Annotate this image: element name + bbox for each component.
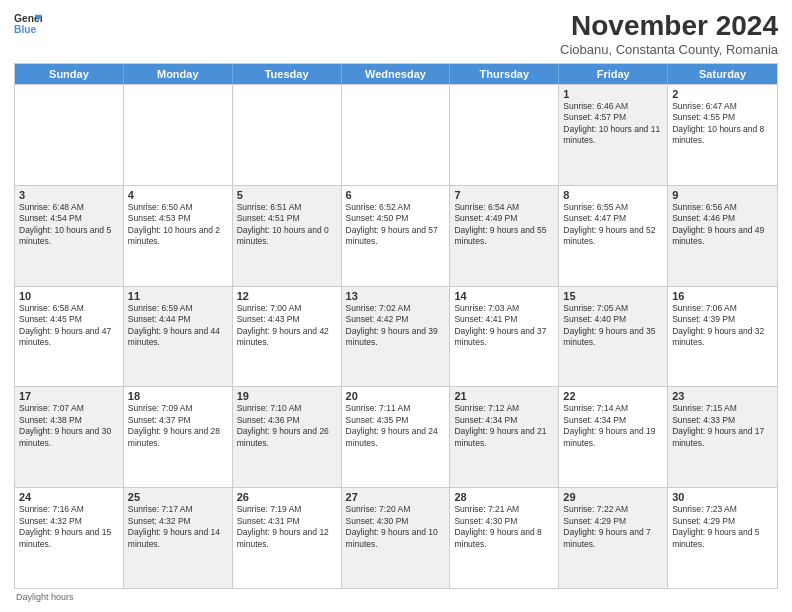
- day-info: Sunrise: 7:05 AM Sunset: 4:40 PM Dayligh…: [563, 303, 663, 349]
- svg-text:Blue: Blue: [14, 24, 37, 35]
- calendar-cell: 18Sunrise: 7:09 AM Sunset: 4:37 PM Dayli…: [124, 387, 233, 487]
- calendar-cell: [342, 85, 451, 185]
- calendar-cell: 25Sunrise: 7:17 AM Sunset: 4:32 PM Dayli…: [124, 488, 233, 588]
- day-of-week-thursday: Thursday: [450, 64, 559, 84]
- calendar-cell: 3Sunrise: 6:48 AM Sunset: 4:54 PM Daylig…: [15, 186, 124, 286]
- day-info: Sunrise: 6:47 AM Sunset: 4:55 PM Dayligh…: [672, 101, 773, 147]
- calendar-cell: 29Sunrise: 7:22 AM Sunset: 4:29 PM Dayli…: [559, 488, 668, 588]
- title-block: November 2024 Ciobanu, Constanta County,…: [560, 10, 778, 57]
- calendar-cell: 15Sunrise: 7:05 AM Sunset: 4:40 PM Dayli…: [559, 287, 668, 387]
- location: Ciobanu, Constanta County, Romania: [560, 42, 778, 57]
- day-number: 27: [346, 491, 446, 503]
- day-info: Sunrise: 7:09 AM Sunset: 4:37 PM Dayligh…: [128, 403, 228, 449]
- calendar-cell: 9Sunrise: 6:56 AM Sunset: 4:46 PM Daylig…: [668, 186, 777, 286]
- day-info: Sunrise: 7:14 AM Sunset: 4:34 PM Dayligh…: [563, 403, 663, 449]
- day-of-week-friday: Friday: [559, 64, 668, 84]
- day-number: 26: [237, 491, 337, 503]
- day-number: 18: [128, 390, 228, 402]
- day-number: 7: [454, 189, 554, 201]
- day-info: Sunrise: 7:20 AM Sunset: 4:30 PM Dayligh…: [346, 504, 446, 550]
- day-number: 2: [672, 88, 773, 100]
- day-number: 5: [237, 189, 337, 201]
- day-info: Sunrise: 7:03 AM Sunset: 4:41 PM Dayligh…: [454, 303, 554, 349]
- calendar-cell: 28Sunrise: 7:21 AM Sunset: 4:30 PM Dayli…: [450, 488, 559, 588]
- calendar-cell: 2Sunrise: 6:47 AM Sunset: 4:55 PM Daylig…: [668, 85, 777, 185]
- day-info: Sunrise: 7:00 AM Sunset: 4:43 PM Dayligh…: [237, 303, 337, 349]
- day-of-week-monday: Monday: [124, 64, 233, 84]
- calendar-cell: 23Sunrise: 7:15 AM Sunset: 4:33 PM Dayli…: [668, 387, 777, 487]
- day-number: 13: [346, 290, 446, 302]
- day-info: Sunrise: 6:58 AM Sunset: 4:45 PM Dayligh…: [19, 303, 119, 349]
- day-of-week-wednesday: Wednesday: [342, 64, 451, 84]
- calendar-cell: 22Sunrise: 7:14 AM Sunset: 4:34 PM Dayli…: [559, 387, 668, 487]
- calendar-cell: 11Sunrise: 6:59 AM Sunset: 4:44 PM Dayli…: [124, 287, 233, 387]
- day-info: Sunrise: 7:16 AM Sunset: 4:32 PM Dayligh…: [19, 504, 119, 550]
- calendar-cell: 19Sunrise: 7:10 AM Sunset: 4:36 PM Dayli…: [233, 387, 342, 487]
- day-info: Sunrise: 7:17 AM Sunset: 4:32 PM Dayligh…: [128, 504, 228, 550]
- calendar: SundayMondayTuesdayWednesdayThursdayFrid…: [14, 63, 778, 589]
- calendar-cell: 16Sunrise: 7:06 AM Sunset: 4:39 PM Dayli…: [668, 287, 777, 387]
- day-number: 3: [19, 189, 119, 201]
- day-info: Sunrise: 6:56 AM Sunset: 4:46 PM Dayligh…: [672, 202, 773, 248]
- calendar-cell: 5Sunrise: 6:51 AM Sunset: 4:51 PM Daylig…: [233, 186, 342, 286]
- day-number: 23: [672, 390, 773, 402]
- calendar-header: SundayMondayTuesdayWednesdayThursdayFrid…: [15, 64, 777, 84]
- day-info: Sunrise: 7:12 AM Sunset: 4:34 PM Dayligh…: [454, 403, 554, 449]
- week-row-3: 10Sunrise: 6:58 AM Sunset: 4:45 PM Dayli…: [15, 286, 777, 387]
- day-info: Sunrise: 6:59 AM Sunset: 4:44 PM Dayligh…: [128, 303, 228, 349]
- calendar-cell: [15, 85, 124, 185]
- day-number: 9: [672, 189, 773, 201]
- calendar-cell: 27Sunrise: 7:20 AM Sunset: 4:30 PM Dayli…: [342, 488, 451, 588]
- day-info: Sunrise: 6:50 AM Sunset: 4:53 PM Dayligh…: [128, 202, 228, 248]
- day-number: 21: [454, 390, 554, 402]
- day-number: 25: [128, 491, 228, 503]
- calendar-cell: 20Sunrise: 7:11 AM Sunset: 4:35 PM Dayli…: [342, 387, 451, 487]
- day-number: 22: [563, 390, 663, 402]
- day-info: Sunrise: 7:10 AM Sunset: 4:36 PM Dayligh…: [237, 403, 337, 449]
- logo-icon: General Blue: [14, 10, 42, 38]
- day-number: 15: [563, 290, 663, 302]
- day-number: 16: [672, 290, 773, 302]
- calendar-cell: 4Sunrise: 6:50 AM Sunset: 4:53 PM Daylig…: [124, 186, 233, 286]
- calendar-cell: 8Sunrise: 6:55 AM Sunset: 4:47 PM Daylig…: [559, 186, 668, 286]
- day-number: 12: [237, 290, 337, 302]
- day-info: Sunrise: 7:23 AM Sunset: 4:29 PM Dayligh…: [672, 504, 773, 550]
- calendar-cell: 30Sunrise: 7:23 AM Sunset: 4:29 PM Dayli…: [668, 488, 777, 588]
- day-of-week-saturday: Saturday: [668, 64, 777, 84]
- day-number: 14: [454, 290, 554, 302]
- week-row-1: 1Sunrise: 6:46 AM Sunset: 4:57 PM Daylig…: [15, 84, 777, 185]
- day-info: Sunrise: 7:19 AM Sunset: 4:31 PM Dayligh…: [237, 504, 337, 550]
- page: General Blue November 2024 Ciobanu, Cons…: [0, 0, 792, 612]
- calendar-cell: 14Sunrise: 7:03 AM Sunset: 4:41 PM Dayli…: [450, 287, 559, 387]
- day-info: Sunrise: 6:46 AM Sunset: 4:57 PM Dayligh…: [563, 101, 663, 147]
- day-info: Sunrise: 7:06 AM Sunset: 4:39 PM Dayligh…: [672, 303, 773, 349]
- calendar-cell: 24Sunrise: 7:16 AM Sunset: 4:32 PM Dayli…: [15, 488, 124, 588]
- calendar-cell: [450, 85, 559, 185]
- day-info: Sunrise: 6:52 AM Sunset: 4:50 PM Dayligh…: [346, 202, 446, 248]
- day-number: 8: [563, 189, 663, 201]
- logo: General Blue: [14, 10, 42, 38]
- header: General Blue November 2024 Ciobanu, Cons…: [14, 10, 778, 57]
- month-title: November 2024: [560, 10, 778, 42]
- day-number: 4: [128, 189, 228, 201]
- week-row-2: 3Sunrise: 6:48 AM Sunset: 4:54 PM Daylig…: [15, 185, 777, 286]
- day-info: Sunrise: 7:11 AM Sunset: 4:35 PM Dayligh…: [346, 403, 446, 449]
- calendar-cell: 12Sunrise: 7:00 AM Sunset: 4:43 PM Dayli…: [233, 287, 342, 387]
- calendar-cell: 21Sunrise: 7:12 AM Sunset: 4:34 PM Dayli…: [450, 387, 559, 487]
- footer-note: Daylight hours: [14, 589, 778, 602]
- calendar-cell: 10Sunrise: 6:58 AM Sunset: 4:45 PM Dayli…: [15, 287, 124, 387]
- day-of-week-sunday: Sunday: [15, 64, 124, 84]
- day-info: Sunrise: 7:02 AM Sunset: 4:42 PM Dayligh…: [346, 303, 446, 349]
- calendar-cell: 6Sunrise: 6:52 AM Sunset: 4:50 PM Daylig…: [342, 186, 451, 286]
- day-number: 10: [19, 290, 119, 302]
- day-number: 29: [563, 491, 663, 503]
- day-number: 30: [672, 491, 773, 503]
- day-number: 28: [454, 491, 554, 503]
- day-number: 11: [128, 290, 228, 302]
- day-number: 24: [19, 491, 119, 503]
- calendar-cell: [233, 85, 342, 185]
- day-number: 19: [237, 390, 337, 402]
- day-info: Sunrise: 6:51 AM Sunset: 4:51 PM Dayligh…: [237, 202, 337, 248]
- calendar-cell: 17Sunrise: 7:07 AM Sunset: 4:38 PM Dayli…: [15, 387, 124, 487]
- day-info: Sunrise: 7:22 AM Sunset: 4:29 PM Dayligh…: [563, 504, 663, 550]
